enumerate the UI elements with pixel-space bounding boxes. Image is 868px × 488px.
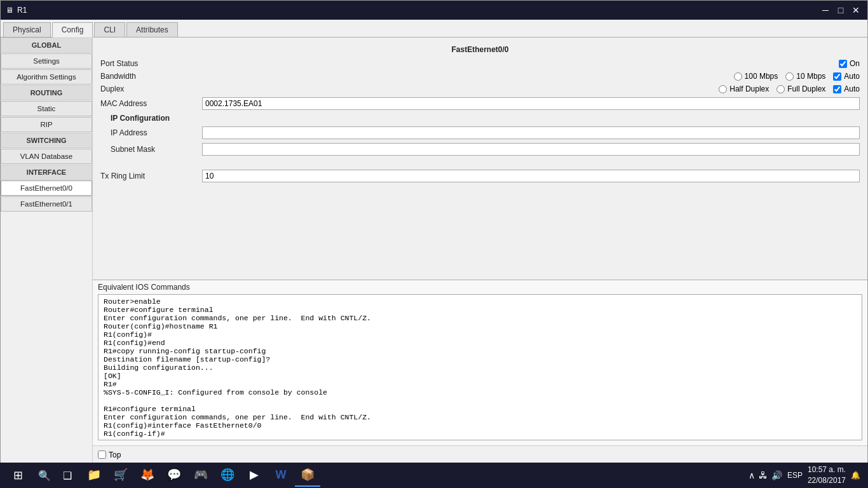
tx-ring-row: Tx Ring Limit 10: [100, 170, 860, 182]
chrome-button[interactable]: 🌐: [215, 464, 240, 487]
bandwidth-100-label[interactable]: 100 Mbps: [734, 72, 778, 81]
top-checkbox[interactable]: [98, 451, 106, 459]
taskbar-time[interactable]: 10:57 a. m. 22/08/2017: [808, 464, 846, 486]
tab-config[interactable]: Config: [52, 22, 93, 37]
sidebar-item-interface[interactable]: INTERFACE: [1, 165, 92, 180]
port-status-row: Port Status On: [100, 59, 860, 68]
sidebar-item-settings[interactable]: Settings: [1, 53, 92, 69]
top-checkbox-label[interactable]: Top: [98, 451, 121, 459]
bandwidth-row: Bandwidth 100 Mbps 10 Mbps: [100, 72, 860, 81]
right-panel: FastEthernet0/0 Port Status On Bandwidth: [93, 37, 867, 463]
tray-arrow[interactable]: ∧: [749, 470, 755, 480]
interface-title: FastEthernet0/0: [100, 43, 860, 59]
minimize-button[interactable]: ─: [819, 4, 832, 17]
sidebar-item-fastethernet00[interactable]: FastEthernet0/0: [1, 180, 92, 196]
subnet-mask-controls: [202, 143, 860, 156]
skype-button[interactable]: 💬: [161, 464, 187, 487]
top-checkbox-text: Top: [109, 451, 121, 459]
title-bar-title: 🖥 R1: [6, 6, 819, 15]
ip-address-controls: [202, 126, 860, 139]
tx-ring-input[interactable]: 10: [202, 170, 860, 182]
port-status-label: Port Status: [100, 59, 202, 68]
bandwidth-10-radio[interactable]: [785, 72, 794, 81]
mac-address-row: MAC Address 0002.1735.EA01: [100, 97, 860, 110]
tab-physical[interactable]: Physical: [3, 22, 51, 37]
ios-terminal[interactable]: Router>enable Router#configure terminal …: [98, 294, 862, 440]
bandwidth-label: Bandwidth: [100, 72, 202, 81]
subnet-mask-label: Subnet Mask: [100, 145, 202, 154]
store-button[interactable]: 🛒: [108, 464, 133, 487]
title-bar-controls: ─ □ ✕: [819, 4, 862, 17]
tx-ring-controls: 10: [202, 170, 860, 182]
bandwidth-controls: 100 Mbps 10 Mbps Auto: [202, 72, 860, 81]
clock-date: 22/08/2017: [808, 475, 846, 486]
bandwidth-auto-label[interactable]: Auto: [833, 72, 860, 81]
system-tray: ∧ 🖧 🔊: [749, 470, 782, 480]
sidebar-item-vlan-database[interactable]: VLAN Database: [1, 149, 92, 164]
tab-cli[interactable]: CLI: [94, 22, 125, 37]
bandwidth-auto-checkbox[interactable]: [833, 72, 841, 81]
duplex-controls: Half Duplex Full Duplex Auto: [202, 85, 860, 93]
file-explorer-button[interactable]: 📁: [81, 464, 107, 487]
ip-address-label: IP Address: [100, 128, 202, 137]
notification-icon[interactable]: 🔔: [851, 471, 860, 480]
word-button[interactable]: W: [268, 464, 294, 487]
tab-attributes[interactable]: Attributes: [126, 22, 178, 37]
ip-address-row: IP Address: [100, 126, 860, 139]
maximize-button[interactable]: □: [834, 4, 847, 17]
close-button[interactable]: ✕: [850, 4, 862, 17]
subnet-mask-input[interactable]: [202, 143, 860, 156]
sidebar-item-algorithm-settings[interactable]: Algorithm Settings: [1, 69, 92, 85]
search-button[interactable]: 🔍: [33, 464, 56, 487]
ip-address-input[interactable]: [202, 126, 860, 139]
sidebar-item-static[interactable]: Static: [1, 101, 92, 116]
duplex-half-text: Half Duplex: [729, 85, 769, 93]
sidebar-item-fastethernet01[interactable]: FastEthernet0/1: [1, 196, 92, 212]
port-status-controls: On: [202, 59, 860, 68]
duplex-full-label[interactable]: Full Duplex: [776, 85, 825, 93]
ios-header: Equivalent IOS Commands: [93, 280, 867, 294]
mac-address-label: MAC Address: [100, 99, 202, 108]
duplex-auto-label[interactable]: Auto: [833, 85, 860, 93]
sidebar-item-routing[interactable]: ROUTING: [1, 85, 92, 100]
discord-button[interactable]: 🎮: [188, 464, 214, 487]
language-indicator[interactable]: ESP: [787, 471, 803, 480]
bandwidth-10-label[interactable]: 10 Mbps: [785, 72, 825, 81]
mac-address-controls: 0002.1735.EA01: [202, 97, 860, 110]
bandwidth-10-text: 10 Mbps: [796, 72, 825, 81]
bandwidth-100-radio[interactable]: [734, 72, 742, 81]
tray-network[interactable]: 🖧: [759, 470, 768, 480]
sidebar: GLOBAL Settings Algorithm Settings ROUTI…: [1, 37, 93, 463]
interface-panel: FastEthernet0/0 Port Status On Bandwidth: [93, 37, 867, 280]
task-view-button[interactable]: ❑: [56, 464, 79, 487]
bandwidth-auto-text: Auto: [844, 72, 860, 81]
packet-tracer-button[interactable]: 📦: [295, 464, 320, 487]
taskbar-icons: 📁 🛒 🦊 💬 🎮 🌐 ▶ W 📦: [81, 464, 320, 487]
window-icon: 🖥: [6, 6, 13, 15]
window-title: R1: [17, 6, 27, 15]
sidebar-item-global[interactable]: GLOBAL: [1, 37, 92, 53]
ios-section: Equivalent IOS Commands Router>enable Ro…: [93, 280, 867, 445]
taskbar: ⊞ 🔍 ❑ 📁 🛒 🦊 💬 🎮 🌐 ▶ W 📦 ∧ 🖧 🔊 ESP 10:57 …: [0, 463, 868, 488]
duplex-half-label[interactable]: Half Duplex: [719, 85, 769, 93]
duplex-auto-checkbox[interactable]: [833, 85, 841, 93]
duplex-half-radio[interactable]: [719, 85, 727, 93]
firefox-button[interactable]: 🦊: [135, 464, 160, 487]
duplex-full-text: Full Duplex: [787, 85, 825, 93]
sidebar-item-rip[interactable]: RIP: [1, 117, 92, 132]
port-status-on-label[interactable]: On: [839, 59, 860, 68]
title-bar: 🖥 R1 ─ □ ✕: [1, 1, 867, 20]
terminal-button[interactable]: ▶: [241, 464, 267, 487]
tray-speaker[interactable]: 🔊: [771, 470, 782, 480]
duplex-full-radio[interactable]: [776, 85, 785, 93]
duplex-label: Duplex: [100, 85, 202, 93]
start-button[interactable]: ⊞: [3, 464, 33, 487]
tx-ring-label: Tx Ring Limit: [100, 172, 202, 180]
clock-time: 10:57 a. m.: [808, 464, 846, 475]
mac-address-input[interactable]: 0002.1735.EA01: [202, 97, 860, 110]
port-status-checkbox[interactable]: [839, 60, 847, 68]
sidebar-item-switching[interactable]: SWITCHING: [1, 133, 92, 148]
bandwidth-radio-group: 100 Mbps 10 Mbps Auto: [734, 72, 860, 81]
main-window: 🖥 R1 ─ □ ✕ Physical Config CLI Attribute…: [0, 0, 868, 464]
duplex-radio-group: Half Duplex Full Duplex Auto: [719, 85, 860, 93]
